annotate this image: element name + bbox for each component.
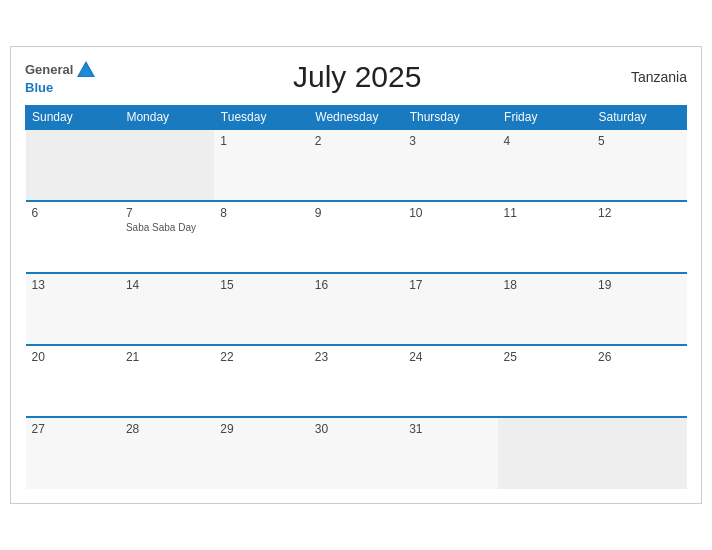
day-number: 14 bbox=[126, 278, 208, 292]
calendar-cell bbox=[26, 129, 120, 201]
day-number: 11 bbox=[504, 206, 586, 220]
calendar-cell: 7Saba Saba Day bbox=[120, 201, 214, 273]
day-number: 24 bbox=[409, 350, 491, 364]
day-number: 19 bbox=[598, 278, 680, 292]
calendar-cell: 2 bbox=[309, 129, 403, 201]
weekday-header-thursday: Thursday bbox=[403, 106, 497, 130]
calendar-cell: 27 bbox=[26, 417, 120, 489]
holiday-label: Saba Saba Day bbox=[126, 222, 208, 233]
calendar-cell: 12 bbox=[592, 201, 686, 273]
calendar-cell: 23 bbox=[309, 345, 403, 417]
logo-icon bbox=[75, 59, 97, 81]
calendar-cell: 15 bbox=[214, 273, 308, 345]
calendar-cell bbox=[498, 417, 592, 489]
calendar-cell: 10 bbox=[403, 201, 497, 273]
calendar-cell bbox=[592, 417, 686, 489]
day-number: 18 bbox=[504, 278, 586, 292]
logo: General Blue bbox=[25, 59, 97, 95]
calendar-cell: 3 bbox=[403, 129, 497, 201]
calendar-header: General Blue July 2025 Tanzania bbox=[25, 59, 687, 95]
day-number: 9 bbox=[315, 206, 397, 220]
calendar-cell: 20 bbox=[26, 345, 120, 417]
day-number: 5 bbox=[598, 134, 680, 148]
calendar-week-row: 2728293031 bbox=[26, 417, 687, 489]
calendar-cell: 25 bbox=[498, 345, 592, 417]
calendar-week-row: 67Saba Saba Day89101112 bbox=[26, 201, 687, 273]
weekday-header-wednesday: Wednesday bbox=[309, 106, 403, 130]
day-number: 15 bbox=[220, 278, 302, 292]
day-number: 2 bbox=[315, 134, 397, 148]
calendar-cell: 1 bbox=[214, 129, 308, 201]
calendar-cell: 14 bbox=[120, 273, 214, 345]
calendar-cell: 30 bbox=[309, 417, 403, 489]
calendar-cell: 18 bbox=[498, 273, 592, 345]
calendar-title: July 2025 bbox=[97, 60, 617, 94]
calendar-tbody: 1234567Saba Saba Day89101112131415161718… bbox=[26, 129, 687, 489]
calendar-cell: 5 bbox=[592, 129, 686, 201]
day-number: 13 bbox=[32, 278, 114, 292]
calendar-cell: 16 bbox=[309, 273, 403, 345]
calendar-cell: 31 bbox=[403, 417, 497, 489]
calendar-cell: 9 bbox=[309, 201, 403, 273]
calendar-cell: 24 bbox=[403, 345, 497, 417]
day-number: 3 bbox=[409, 134, 491, 148]
day-number: 28 bbox=[126, 422, 208, 436]
calendar-cell bbox=[120, 129, 214, 201]
day-number: 7 bbox=[126, 206, 208, 220]
calendar-cell: 4 bbox=[498, 129, 592, 201]
calendar-cell: 6 bbox=[26, 201, 120, 273]
day-number: 17 bbox=[409, 278, 491, 292]
day-number: 31 bbox=[409, 422, 491, 436]
calendar-week-row: 20212223242526 bbox=[26, 345, 687, 417]
logo-blue: Blue bbox=[25, 81, 53, 95]
day-number: 25 bbox=[504, 350, 586, 364]
calendar-container: General Blue July 2025 Tanzania SundayMo… bbox=[10, 46, 702, 504]
day-number: 20 bbox=[32, 350, 114, 364]
day-number: 6 bbox=[32, 206, 114, 220]
calendar-cell: 8 bbox=[214, 201, 308, 273]
calendar-cell: 22 bbox=[214, 345, 308, 417]
calendar-cell: 17 bbox=[403, 273, 497, 345]
day-number: 26 bbox=[598, 350, 680, 364]
day-number: 30 bbox=[315, 422, 397, 436]
calendar-cell: 21 bbox=[120, 345, 214, 417]
calendar-cell: 28 bbox=[120, 417, 214, 489]
day-number: 1 bbox=[220, 134, 302, 148]
calendar-cell: 19 bbox=[592, 273, 686, 345]
day-number: 23 bbox=[315, 350, 397, 364]
weekday-header-friday: Friday bbox=[498, 106, 592, 130]
weekday-header-tuesday: Tuesday bbox=[214, 106, 308, 130]
calendar-week-row: 12345 bbox=[26, 129, 687, 201]
day-number: 29 bbox=[220, 422, 302, 436]
country-label: Tanzania bbox=[617, 69, 687, 85]
day-number: 16 bbox=[315, 278, 397, 292]
day-number: 8 bbox=[220, 206, 302, 220]
weekday-header-saturday: Saturday bbox=[592, 106, 686, 130]
calendar-table: SundayMondayTuesdayWednesdayThursdayFrid… bbox=[25, 105, 687, 489]
day-number: 22 bbox=[220, 350, 302, 364]
calendar-cell: 13 bbox=[26, 273, 120, 345]
calendar-cell: 29 bbox=[214, 417, 308, 489]
weekday-header-monday: Monday bbox=[120, 106, 214, 130]
calendar-cell: 11 bbox=[498, 201, 592, 273]
day-number: 4 bbox=[504, 134, 586, 148]
day-number: 12 bbox=[598, 206, 680, 220]
calendar-thead: SundayMondayTuesdayWednesdayThursdayFrid… bbox=[26, 106, 687, 130]
weekday-header-sunday: Sunday bbox=[26, 106, 120, 130]
day-number: 21 bbox=[126, 350, 208, 364]
day-number: 10 bbox=[409, 206, 491, 220]
calendar-cell: 26 bbox=[592, 345, 686, 417]
day-number: 27 bbox=[32, 422, 114, 436]
weekday-header-row: SundayMondayTuesdayWednesdayThursdayFrid… bbox=[26, 106, 687, 130]
logo-general: General bbox=[25, 63, 73, 77]
calendar-week-row: 13141516171819 bbox=[26, 273, 687, 345]
